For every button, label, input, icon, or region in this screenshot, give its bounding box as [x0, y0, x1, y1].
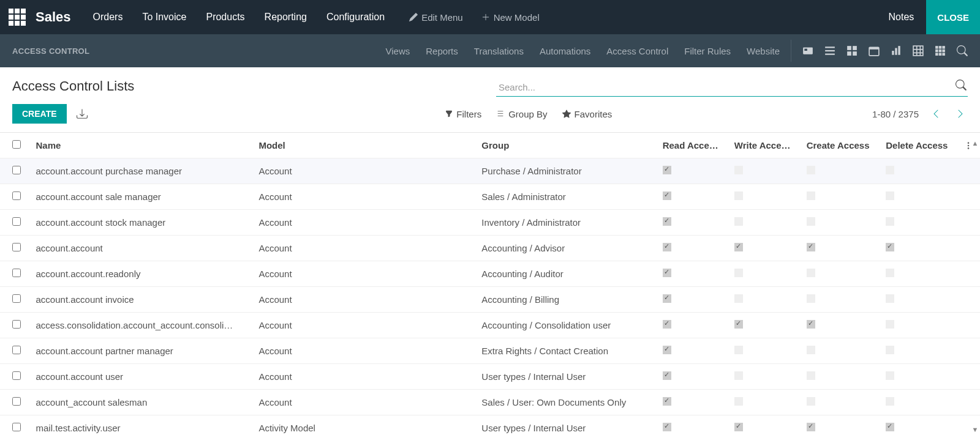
create-checkbox[interactable]: [807, 269, 815, 277]
select-all-checkbox[interactable]: [12, 140, 21, 149]
subnav-translations[interactable]: Translations: [474, 46, 524, 56]
row-checkbox[interactable]: [12, 371, 21, 380]
nav-products[interactable]: Products: [206, 12, 244, 23]
card-icon[interactable]: [802, 45, 813, 56]
calendar-icon[interactable]: [869, 45, 880, 56]
delete-checkbox[interactable]: [886, 397, 894, 406]
grid-icon[interactable]: [935, 45, 946, 56]
row-checkbox[interactable]: [12, 346, 21, 354]
delete-checkbox[interactable]: [886, 243, 894, 251]
write-checkbox[interactable]: [734, 243, 743, 251]
subnav-reports[interactable]: Reports: [426, 46, 458, 56]
create-button[interactable]: CREATE: [12, 104, 67, 124]
row-checkbox[interactable]: [12, 423, 21, 431]
write-checkbox[interactable]: [734, 166, 743, 174]
read-checkbox[interactable]: [663, 346, 671, 354]
list-icon[interactable]: [824, 45, 835, 56]
row-checkbox[interactable]: [12, 294, 21, 303]
write-checkbox[interactable]: [734, 423, 743, 431]
table-row[interactable]: account_account salesmanAccountSales / U…: [0, 390, 980, 415]
delete-checkbox[interactable]: [886, 217, 894, 226]
col-model[interactable]: Model: [252, 133, 475, 158]
read-checkbox[interactable]: [663, 371, 671, 380]
delete-checkbox[interactable]: [886, 191, 894, 200]
scrollbar[interactable]: ▲ ▼: [970, 138, 980, 435]
groupby-button[interactable]: Group By: [496, 109, 547, 119]
create-checkbox[interactable]: [807, 346, 815, 354]
write-checkbox[interactable]: [734, 397, 743, 406]
subnav-views[interactable]: Views: [386, 46, 410, 56]
row-checkbox[interactable]: [12, 166, 21, 174]
nav-configuration[interactable]: Configuration: [326, 12, 385, 23]
row-checkbox[interactable]: [12, 191, 21, 200]
table-row[interactable]: access.consolidation.account_account.con…: [0, 313, 980, 338]
app-brand[interactable]: Sales: [36, 9, 71, 25]
search-icon[interactable]: [956, 80, 967, 91]
pager-next[interactable]: [953, 106, 968, 121]
read-checkbox[interactable]: [663, 191, 671, 200]
col-group[interactable]: Group: [475, 133, 656, 158]
write-checkbox[interactable]: [734, 191, 743, 200]
write-checkbox[interactable]: [734, 320, 743, 329]
write-checkbox[interactable]: [734, 346, 743, 354]
scroll-up-icon[interactable]: ▲: [972, 138, 979, 149]
delete-checkbox[interactable]: [886, 269, 894, 277]
filters-button[interactable]: Filters: [445, 109, 481, 119]
table-row[interactable]: account.account stock managerAccountInve…: [0, 210, 980, 236]
subnav-access-control[interactable]: Access Control: [606, 46, 668, 56]
delete-checkbox[interactable]: [886, 320, 894, 329]
read-checkbox[interactable]: [663, 166, 671, 174]
table-row[interactable]: account.account.readonlyAccountAccountin…: [0, 261, 980, 287]
delete-checkbox[interactable]: [886, 371, 894, 380]
row-checkbox[interactable]: [12, 320, 21, 329]
new-model-button[interactable]: New Model: [481, 12, 540, 23]
create-checkbox[interactable]: [807, 371, 815, 380]
col-write[interactable]: Write Acce…: [728, 133, 801, 158]
row-checkbox[interactable]: [12, 243, 21, 251]
close-button[interactable]: CLOSE: [926, 0, 980, 34]
download-icon[interactable]: [77, 108, 88, 119]
table-row[interactable]: account.account purchase managerAccountP…: [0, 158, 980, 184]
search-icon[interactable]: [957, 45, 968, 56]
search-input[interactable]: [496, 78, 968, 97]
pager-text[interactable]: 1-80 / 2375: [872, 109, 919, 119]
table-row[interactable]: account.account userAccountUser types / …: [0, 364, 980, 390]
read-checkbox[interactable]: [663, 243, 671, 251]
subnav-website[interactable]: Website: [747, 46, 780, 56]
create-checkbox[interactable]: [807, 243, 815, 251]
apps-icon[interactable]: [9, 9, 26, 26]
create-checkbox[interactable]: [807, 191, 815, 200]
create-checkbox[interactable]: [807, 423, 815, 431]
edit-menu-button[interactable]: Edit Menu: [409, 12, 463, 23]
col-delete[interactable]: Delete Access: [880, 133, 958, 158]
read-checkbox[interactable]: [663, 269, 671, 277]
read-checkbox[interactable]: [663, 217, 671, 226]
subnav-automations[interactable]: Automations: [540, 46, 590, 56]
favorites-button[interactable]: Favorites: [562, 109, 612, 119]
nav-reporting[interactable]: Reporting: [265, 12, 307, 23]
create-checkbox[interactable]: [807, 397, 815, 406]
col-name[interactable]: Name: [30, 133, 253, 158]
table-row[interactable]: mail.test.activity.userActivity ModelUse…: [0, 415, 980, 436]
delete-checkbox[interactable]: [886, 423, 894, 431]
read-checkbox[interactable]: [663, 397, 671, 406]
pivot-icon[interactable]: [913, 45, 924, 56]
read-checkbox[interactable]: [663, 423, 671, 431]
col-create[interactable]: Create Access: [801, 133, 880, 158]
write-checkbox[interactable]: [734, 371, 743, 380]
read-checkbox[interactable]: [663, 294, 671, 303]
create-checkbox[interactable]: [807, 294, 815, 303]
subnav-filter-rules[interactable]: Filter Rules: [684, 46, 731, 56]
create-checkbox[interactable]: [807, 217, 815, 226]
delete-checkbox[interactable]: [886, 166, 894, 174]
col-read[interactable]: Read Acce…: [657, 133, 728, 158]
nav-to-invoice[interactable]: To Invoice: [142, 12, 186, 23]
pager-prev[interactable]: [929, 106, 943, 121]
write-checkbox[interactable]: [734, 294, 743, 303]
row-checkbox[interactable]: [12, 217, 21, 226]
delete-checkbox[interactable]: [886, 294, 894, 303]
create-checkbox[interactable]: [807, 166, 815, 174]
notes-link[interactable]: Notes: [889, 12, 914, 23]
row-checkbox[interactable]: [12, 397, 21, 406]
graph-icon[interactable]: [891, 45, 902, 56]
